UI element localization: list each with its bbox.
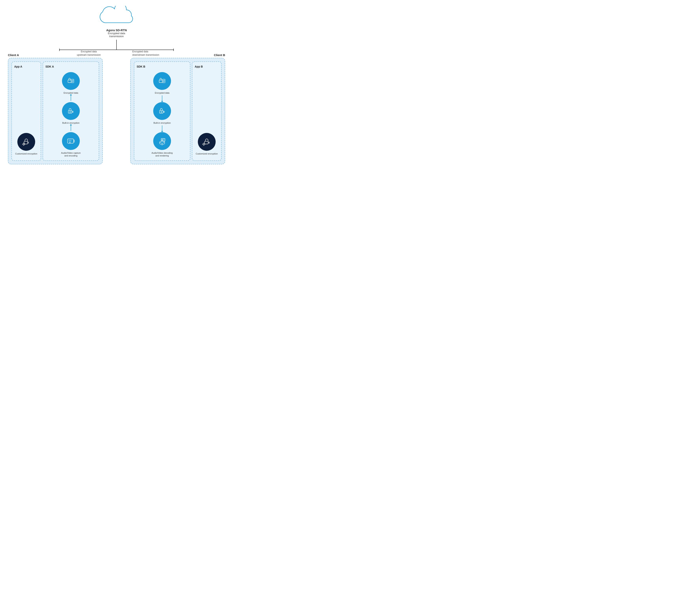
- svg-rect-12: [71, 79, 74, 83]
- cloud-title: Agora SD-RTN: [106, 28, 127, 32]
- sdk-b-node3-label: Audio/Video decoding and rendering: [152, 151, 173, 157]
- builtin-encryption-icon-a: [66, 107, 76, 116]
- cloud-vertical-line: [116, 40, 117, 50]
- customized-encryption-icon: [22, 137, 31, 146]
- client-b-inner-row: SDK B: [134, 61, 222, 161]
- svg-rect-28: [74, 141, 75, 142]
- sdk-a-node2-label: Built-in encryption: [62, 121, 79, 124]
- cloud-container: Agora SD-RTN Encrypted data transmission: [97, 6, 136, 38]
- left-transmission-label: Encrypted data upstream transmission: [77, 50, 101, 57]
- client-a-outer-box: App A: [8, 58, 103, 164]
- sdk-b-encrypted-circle: [153, 72, 171, 90]
- app-a-circle: [18, 133, 35, 151]
- app-b-box: App B: [192, 61, 222, 161]
- sdk-a-av-circle: 01010 10101: [62, 132, 80, 150]
- sdk-b-builtin-circle: [153, 102, 171, 120]
- customized-encryption-icon-b: [202, 137, 211, 146]
- svg-rect-29: [159, 80, 162, 83]
- sdk-a-box: SDK A: [42, 61, 99, 161]
- sdk-b-node1: Encrypted data: [153, 72, 171, 94]
- svg-point-53: [203, 144, 204, 145]
- sdk-a-node2: Built-in encryption: [62, 102, 80, 124]
- sdk-b-box: SDK B: [134, 61, 191, 161]
- right-transmission-label: Encrypted data downstream transmission: [132, 50, 159, 57]
- bottom-section: Client A Encrypted data upstream transmi…: [8, 50, 225, 164]
- app-a-customized-node: Customized encryption: [15, 133, 37, 155]
- sdk-a-title: SDK A: [46, 65, 54, 68]
- sdk-b-arrow1: [162, 95, 162, 101]
- sdk-b-nodes: Encrypted data: [137, 70, 187, 157]
- client-a-inner-row: App A: [11, 61, 99, 161]
- client-b-column: Encrypted data downstream transmission C…: [130, 50, 225, 164]
- app-b-title: App B: [195, 65, 203, 68]
- sdk-b-title: SDK B: [137, 65, 145, 68]
- cloud-icon: [97, 6, 136, 28]
- diagram-container: Agora SD-RTN Encrypted data transmission…: [8, 6, 225, 164]
- sdk-b-arrow2: [162, 125, 162, 131]
- app-b-customized-label: Customized encryption: [196, 152, 218, 155]
- sdk-a-nodes: Encrypted data: [46, 70, 96, 157]
- svg-rect-11: [68, 80, 71, 83]
- top-section: Agora SD-RTN Encrypted data transmission: [8, 6, 225, 50]
- svg-point-6: [23, 144, 24, 145]
- svg-rect-48: [205, 141, 208, 144]
- svg-point-21: [70, 111, 71, 112]
- svg-rect-27: [74, 140, 75, 141]
- app-a-title: App A: [14, 65, 22, 68]
- sdk-b-node1-label: Encrypted data: [155, 91, 169, 94]
- builtin-encryption-icon-b: [157, 107, 167, 116]
- client-a-column: Client A Encrypted data upstream transmi…: [8, 50, 103, 164]
- sdk-a-node1: Encrypted data: [62, 72, 80, 94]
- sdk-a-arrow1: [71, 95, 71, 101]
- sdk-b-node2: Built-in encryption: [153, 102, 171, 124]
- sdk-a-node3: 01010 10101 Audio/Video capture and enco…: [61, 132, 81, 157]
- svg-text:10101: 10101: [68, 141, 71, 142]
- encrypted-data-icon-b: [157, 77, 167, 86]
- sdk-a-node3-label: Audio/Video capture and encoding: [61, 151, 81, 157]
- sdk-b-node3: Audio/Video decoding and rendering: [152, 132, 173, 157]
- client-b-outer-box: SDK B: [130, 58, 225, 164]
- sdk-a-arrow2: [71, 125, 71, 131]
- sdk-b-av-circle: [153, 132, 171, 150]
- encrypted-data-icon-a: [66, 77, 76, 86]
- app-b-customized-node: Customized encryption: [196, 133, 218, 155]
- svg-marker-26: [69, 142, 71, 143]
- app-a-customized-label: Customized encryption: [15, 152, 37, 155]
- client-b-label: Client B: [214, 53, 225, 57]
- cloud-subtitle-1: Encrypted data: [106, 32, 127, 35]
- app-a-box: App A: [11, 61, 41, 161]
- svg-point-39: [161, 111, 162, 112]
- sdk-b-node2-label: Built-in encryption: [153, 121, 171, 124]
- client-a-label: Client A: [8, 53, 19, 57]
- svg-rect-30: [162, 79, 165, 83]
- av-decode-icon: [157, 137, 167, 146]
- cloud-text: Agora SD-RTN Encrypted data transmission: [106, 28, 127, 38]
- sdk-a-builtin-circle: [62, 102, 80, 120]
- app-b-circle: [198, 133, 215, 151]
- sdk-a-encrypted-circle: [62, 72, 80, 90]
- sdk-a-node1-label: Encrypted data: [64, 91, 78, 94]
- av-capture-icon: 01010 10101: [66, 137, 76, 146]
- cloud-subtitle-2: transmission: [106, 35, 127, 38]
